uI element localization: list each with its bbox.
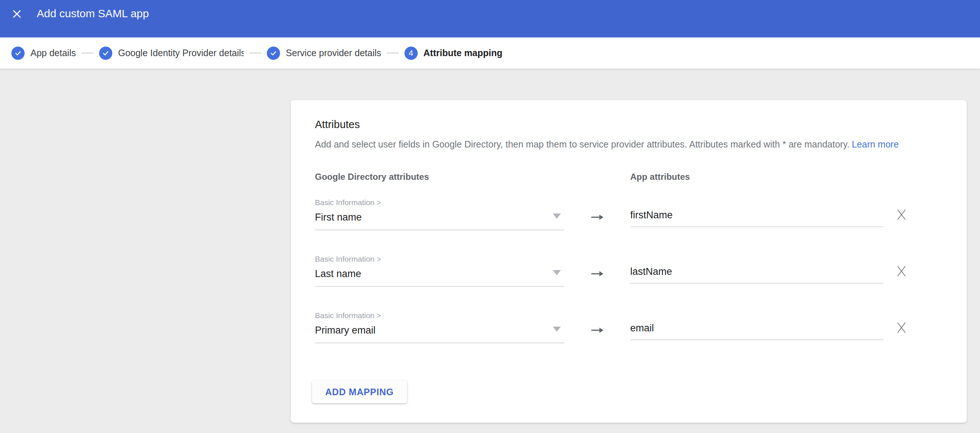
remove-mapping-icon[interactable] [896,209,907,221]
step-app-details[interactable]: App details [11,46,76,60]
step-connector [249,53,261,54]
mapping-row: Basic Information > First name [315,198,967,231]
close-icon[interactable] [11,8,23,20]
page-background: Attributes Add and select user fields in… [0,69,980,433]
step-label: Attribute mapping [423,48,503,58]
app-attribute-field [630,311,883,340]
dropdown-caret-icon [553,326,561,332]
add-mapping-button[interactable]: ADD MAPPING [312,380,407,403]
step-label: App details [30,48,76,58]
mapping-row: Basic Information > Last name [315,254,967,287]
wizard-stepper: App details Google Identity Provider det… [0,37,980,69]
google-attribute-value: Primary email [315,324,375,336]
attribute-category-label: Basic Information > [315,198,565,207]
google-directory-column-header: Google Directory attributes [315,171,630,182]
step-connector [81,53,94,54]
remove-mapping-icon[interactable] [896,322,907,334]
app-bar: Add custom SAML app [0,0,980,37]
dropdown-caret-icon [553,213,561,219]
app-attribute-input[interactable] [630,322,883,340]
google-attribute-value: Last name [315,267,361,280]
select-underline [315,229,565,231]
step-service-provider-details[interactable]: Service provider details [267,46,381,60]
learn-more-link[interactable]: Learn more [852,139,899,150]
google-attribute-select[interactable]: Basic Information > Primary email [315,311,565,344]
check-icon [269,49,277,57]
app-attribute-field [630,254,883,283]
select-underline [315,342,565,344]
arrow-cell [565,325,630,335]
app-attribute-input[interactable] [630,265,883,283]
arrow-cell [565,212,630,222]
attributes-card: Attributes Add and select user fields in… [291,100,967,423]
dialog-title: Add custom SAML app [37,6,149,21]
check-icon [102,49,110,57]
remove-x-glyph [896,209,907,221]
app-attributes-column-header: App attributes [630,171,690,182]
arrow-right-icon [590,325,605,335]
card-description: Add and select user fields in Google Dir… [315,138,917,150]
app-attribute-field [630,198,883,227]
card-heading: Attributes [315,119,967,130]
description-text: Add and select user fields in Google Dir… [315,139,850,150]
step-label: Google Identity Provider details [118,48,244,58]
step-connector [387,53,399,54]
select-underline [315,286,565,287]
step-google-idp-details[interactable]: Google Identity Provider details [99,46,244,60]
remove-x-glyph [896,322,907,334]
close-x-glyph [11,8,22,19]
step-number-circle: 4 [404,46,418,60]
check-icon [14,49,22,57]
google-attribute-select[interactable]: Basic Information > Last name [315,254,565,287]
remove-x-glyph [896,265,907,277]
arrow-right-icon [590,212,605,222]
step-complete-circle [11,46,25,60]
arrow-cell [565,269,630,279]
mapping-rows: Basic Information > First name [315,198,967,344]
mapping-row: Basic Information > Primary email [315,311,967,344]
step-attribute-mapping[interactable]: 4 Attribute mapping [404,46,503,60]
dropdown-caret-icon [553,270,561,275]
step-complete-circle [99,46,112,60]
remove-mapping-icon[interactable] [896,265,907,277]
step-complete-circle [267,46,280,60]
attribute-category-label: Basic Information > [315,254,565,264]
column-headers: Google Directory attributes App attribut… [315,171,967,182]
step-number: 4 [409,49,413,57]
arrow-right-icon [590,269,605,279]
google-attribute-value: First name [315,211,362,223]
google-attribute-select[interactable]: Basic Information > First name [315,198,565,231]
step-label: Service provider details [286,48,381,58]
attribute-category-label: Basic Information > [315,311,565,320]
app-attribute-input[interactable] [630,209,883,227]
